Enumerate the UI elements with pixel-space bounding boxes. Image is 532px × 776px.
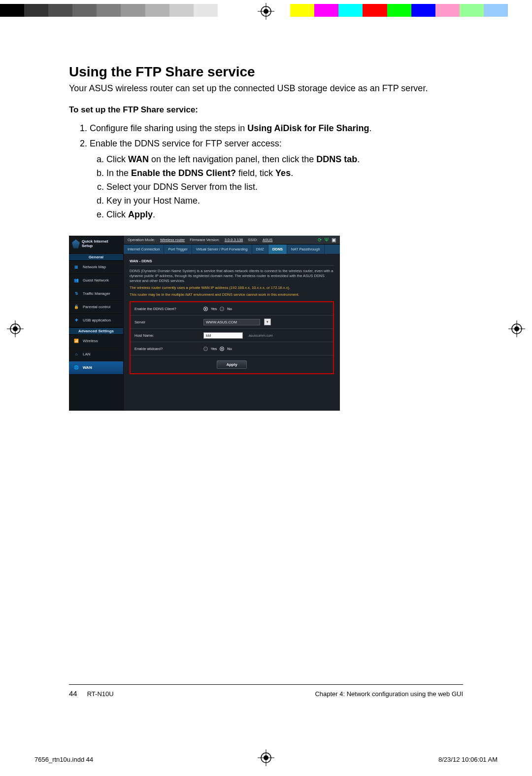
color-swatch bbox=[387, 4, 411, 17]
radio-yes[interactable] bbox=[203, 307, 208, 311]
radio-yes-label: Yes bbox=[211, 307, 217, 311]
sidebar-item-usb-application[interactable]: ✚ USB application bbox=[69, 314, 123, 327]
host-name-suffix: .asuscomm.com bbox=[248, 334, 273, 337]
color-swatch bbox=[508, 4, 532, 17]
globe-icon: 🌐 bbox=[73, 364, 80, 371]
chapter-title: Chapter 4: Network configuration using t… bbox=[315, 690, 463, 698]
radio-no-label: No bbox=[227, 307, 232, 311]
host-name-label: Host Name: bbox=[134, 333, 203, 338]
op-mode-label: Operation Mode: bbox=[128, 238, 155, 242]
registration-mark-icon bbox=[258, 3, 274, 20]
tab-dmz[interactable]: DMZ bbox=[252, 245, 268, 254]
sidebar-item-wireless[interactable]: 📶 Wireless bbox=[69, 335, 123, 348]
panel-warning-1: The wireless router currently uses a pri… bbox=[130, 285, 334, 290]
quick-internet-setup-button[interactable]: Quick Internet Setup bbox=[69, 236, 123, 253]
substep-a: Click WAN on the left navigation panel, … bbox=[106, 153, 463, 167]
panel-description: DDNS (Dynamic Domain Name System) is a s… bbox=[130, 269, 334, 283]
color-swatch bbox=[460, 4, 484, 17]
sidebar-item-wan[interactable]: 🌐 WAN bbox=[69, 361, 123, 375]
document-body: Using the FTP Share service Your ASUS wi… bbox=[69, 64, 463, 411]
tab-ddns[interactable]: DDNS bbox=[268, 245, 287, 254]
substep-e: Click Apply. bbox=[106, 208, 463, 222]
ddns-form-highlight: Enable the DDNS Client? Yes No Server bbox=[130, 301, 334, 374]
sidebar: Quick Internet Setup General ▦ Network M… bbox=[69, 236, 124, 411]
product-model: RT-N10U bbox=[87, 690, 114, 698]
color-swatch bbox=[24, 4, 48, 17]
sidebar-section-general: General bbox=[69, 253, 123, 261]
ssid-link[interactable]: ASUS bbox=[263, 238, 272, 242]
router-ui-screenshot: Quick Internet Setup General ▦ Network M… bbox=[69, 236, 340, 411]
step-2: Enable the DDNS service for FTP server a… bbox=[90, 137, 463, 221]
color-swatch bbox=[314, 4, 338, 17]
color-swatch bbox=[363, 4, 387, 17]
substep-d: Key in your Host Name. bbox=[106, 194, 463, 208]
section-heading: Using the FTP Share service bbox=[69, 64, 463, 80]
sidebar-item-traffic-manager[interactable]: ⇅ Traffic Manager bbox=[69, 287, 123, 301]
sidebar-section-advanced: Advanced Settings bbox=[69, 327, 123, 335]
sidebar-item-lan[interactable]: ⌂ LAN bbox=[69, 348, 123, 361]
ddns-panel: WAN - DDNS DDNS (Dynamic Domain Name Sys… bbox=[124, 254, 340, 380]
radio-wildcard-yes-label: Yes bbox=[211, 347, 217, 351]
guest-network-icon: 👥 bbox=[73, 277, 80, 284]
substep-b: In the Enable the DDNS Client? field, ti… bbox=[106, 167, 463, 180]
color-swatch bbox=[0, 4, 24, 17]
indesign-slug: 7656_rtn10u.indd 44 8/23/12 10:06:01 AM bbox=[34, 756, 498, 763]
row-enable-wildcard: Enable wildcard? Yes No bbox=[131, 342, 333, 355]
color-swatch bbox=[290, 4, 314, 17]
wildcard-label: Enable wildcard? bbox=[134, 347, 203, 351]
tab-virtual-server[interactable]: Virtual Server / Port Forwarding bbox=[192, 245, 252, 254]
color-swatch bbox=[169, 4, 194, 17]
network-map-icon: ▦ bbox=[73, 264, 80, 271]
sidebar-item-parental-control[interactable]: 🔒 Parental control bbox=[69, 301, 123, 314]
page-footer: 44 RT-N10U Chapter 4: Network configurat… bbox=[69, 689, 463, 698]
page-number: 44 bbox=[69, 689, 77, 698]
procedure-list: Configure file sharing using the steps i… bbox=[69, 122, 463, 222]
row-enable-ddns: Enable the DDNS Client? Yes No bbox=[131, 302, 333, 316]
color-swatch bbox=[72, 4, 97, 17]
status-reboot-icon[interactable]: ⟳ bbox=[318, 237, 322, 243]
status-logout-icon[interactable]: ▣ bbox=[332, 237, 336, 243]
procedure-heading: To set up the FTP Share service: bbox=[69, 105, 463, 115]
server-label: Server bbox=[134, 320, 203, 324]
wifi-icon: 📶 bbox=[73, 338, 80, 345]
color-swatch bbox=[484, 4, 508, 17]
enable-ddns-label: Enable the DDNS Client? bbox=[134, 307, 203, 311]
chevron-down-icon[interactable]: ▾ bbox=[264, 318, 271, 325]
color-swatch bbox=[121, 4, 145, 17]
step-1: Configure file sharing using the steps i… bbox=[90, 122, 463, 136]
row-apply: Apply bbox=[131, 355, 333, 373]
ssid-label: SSID: bbox=[248, 238, 258, 242]
tab-bar: Internet Connection Port Trigger Virtual… bbox=[124, 245, 340, 254]
panel-title: WAN - DDNS bbox=[130, 259, 334, 266]
radio-no[interactable] bbox=[220, 307, 224, 311]
sidebar-item-network-map[interactable]: ▦ Network Map bbox=[69, 261, 123, 274]
host-name-input[interactable]: tdd bbox=[203, 332, 243, 339]
substep-list: Click WAN on the left navigation panel, … bbox=[90, 153, 463, 221]
server-select[interactable]: WWW.ASUS.COM bbox=[203, 319, 260, 325]
color-swatch bbox=[411, 4, 435, 17]
apply-button[interactable]: Apply bbox=[217, 360, 246, 369]
row-server: Server WWW.ASUS.COM ▾ bbox=[131, 316, 333, 329]
main-area: Operation Mode: Wireless router Firmware… bbox=[124, 236, 340, 411]
tab-nat-passthrough[interactable]: NAT Passthrough bbox=[287, 245, 325, 254]
lock-icon: 🔒 bbox=[73, 304, 80, 311]
status-usb-icon[interactable]: Ψ bbox=[325, 237, 329, 243]
registration-mark-icon bbox=[7, 320, 24, 337]
color-swatch bbox=[435, 4, 460, 17]
op-mode-link[interactable]: Wireless router bbox=[160, 238, 185, 242]
home-icon: ⌂ bbox=[73, 351, 80, 358]
fw-link[interactable]: 3.0.0.3.138 bbox=[225, 238, 243, 242]
sidebar-item-guest-network[interactable]: 👥 Guest Network bbox=[69, 274, 123, 287]
radio-wildcard-no[interactable] bbox=[220, 347, 224, 351]
status-icons: ⟳ Ψ ▣ bbox=[318, 237, 336, 243]
slug-timestamp: 8/23/12 10:06:01 AM bbox=[438, 756, 498, 763]
tab-internet-connection[interactable]: Internet Connection bbox=[124, 245, 164, 254]
page: Using the FTP Share service Your ASUS wi… bbox=[0, 0, 532, 776]
traffic-icon: ⇅ bbox=[73, 290, 80, 297]
radio-wildcard-yes[interactable] bbox=[203, 347, 208, 351]
tab-port-trigger[interactable]: Port Trigger bbox=[164, 245, 192, 254]
footer-rule bbox=[69, 684, 463, 685]
color-swatch bbox=[145, 4, 169, 17]
panel-warning-2: This router may be in the multiple-NAT e… bbox=[130, 292, 334, 297]
intro-paragraph: Your ASUS wireless router can set up the… bbox=[69, 83, 463, 94]
